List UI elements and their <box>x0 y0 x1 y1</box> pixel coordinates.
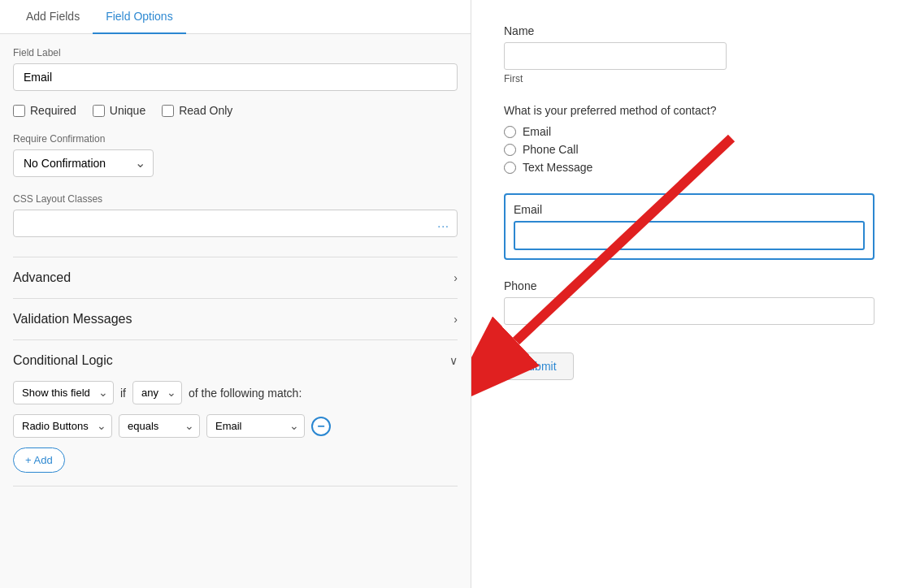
checkboxes-row: Required Unique Read Only <box>13 104 458 117</box>
radio-item-text-message: Text Message <box>504 161 874 174</box>
advanced-section: Advanced › <box>13 257 458 299</box>
read-only-checkbox[interactable] <box>162 105 174 117</box>
any-select[interactable]: any all <box>132 381 182 404</box>
validation-messages-label: Validation Messages <box>13 312 132 326</box>
require-confirmation-wrapper: No Confirmation Confirm with Email Confi… <box>13 149 154 177</box>
conditional-logic-label: Conditional Logic <box>13 353 113 368</box>
css-layout-label: CSS Layout Classes <box>13 193 458 205</box>
show-field-select[interactable]: Show this field Hide this field <box>13 381 114 404</box>
phone-field-group: Phone <box>504 279 874 325</box>
css-layout-input[interactable] <box>13 210 458 237</box>
tab-add-fields[interactable]: Add Fields <box>13 0 93 34</box>
radio-phone-call[interactable] <box>504 144 516 156</box>
field-label-title: Field Label <box>13 47 458 58</box>
tabs-bar: Add Fields Field Options <box>0 0 471 34</box>
field-label-section: Field Label <box>13 47 458 91</box>
conditional-logic-section: Conditional Logic ∨ Show this field Hide… <box>13 339 458 486</box>
submit-section: Submit <box>504 344 874 380</box>
phone-input[interactable] <box>504 297 874 325</box>
email-field-label: Email <box>514 203 865 216</box>
phone-field-label: Phone <box>504 279 874 292</box>
match-text: of the following match: <box>189 387 302 400</box>
rule-value-select[interactable]: Email Phone Call Text Message <box>206 414 305 438</box>
validation-chevron-icon: › <box>454 313 458 326</box>
name-field-label: Name <box>504 24 874 37</box>
radio-email-label: Email <box>523 125 551 138</box>
required-checkbox-item[interactable]: Required <box>13 104 76 117</box>
any-wrapper: any all <box>132 381 182 404</box>
radio-email[interactable] <box>504 126 516 138</box>
conditional-logic-header[interactable]: Conditional Logic ∨ <box>13 340 458 381</box>
rule-operator-wrapper: equals not equals contains <box>119 414 200 438</box>
name-first-input[interactable] <box>504 42 727 70</box>
validation-messages-section: Validation Messages › <box>13 298 458 340</box>
require-confirmation-label: Require Confirmation <box>13 133 458 145</box>
unique-checkbox-item[interactable]: Unique <box>93 104 145 117</box>
conditional-logic-content: Show this field Hide this field if any a… <box>13 381 458 486</box>
email-field-group: Email <box>504 193 874 260</box>
name-first-sublabel: First <box>504 73 874 84</box>
required-checkbox[interactable] <box>13 105 25 117</box>
radio-text-message[interactable] <box>504 162 516 174</box>
condition-row-1: Show this field Hide this field if any a… <box>13 381 458 404</box>
advanced-header[interactable]: Advanced › <box>13 257 458 298</box>
css-input-wrapper: ... <box>13 210 458 237</box>
required-label: Required <box>30 104 76 117</box>
show-field-wrapper: Show this field Hide this field <box>13 381 114 404</box>
rule-operator-select[interactable]: equals not equals contains <box>119 414 200 438</box>
field-label-input[interactable] <box>13 63 458 91</box>
radio-text-message-label: Text Message <box>523 161 592 174</box>
conditional-logic-chevron-icon: ∨ <box>449 354 458 367</box>
submit-button[interactable]: Submit <box>504 352 574 380</box>
rule-field-select[interactable]: Radio Buttons Email Phone <box>13 414 112 438</box>
remove-condition-button[interactable]: − <box>311 417 331 436</box>
if-text: if <box>120 387 126 400</box>
radio-item-phone-call: Phone Call <box>504 143 874 156</box>
css-dots-icon[interactable]: ... <box>437 217 449 230</box>
email-input[interactable] <box>514 221 865 250</box>
rule-value-wrapper: Email Phone Call Text Message <box>206 414 305 438</box>
right-panel: Name First What is your preferred method… <box>471 0 907 588</box>
advanced-label: Advanced <box>13 270 71 285</box>
css-layout-section: CSS Layout Classes ... <box>13 193 458 237</box>
rule-field-wrapper: Radio Buttons Email Phone <box>13 414 112 438</box>
contact-method-group: What is your preferred method of contact… <box>504 104 874 174</box>
advanced-chevron-icon: › <box>454 271 458 284</box>
unique-label: Unique <box>110 104 145 117</box>
require-confirmation-select[interactable]: No Confirmation Confirm with Email Confi… <box>13 149 154 177</box>
validation-messages-header[interactable]: Validation Messages › <box>13 299 458 339</box>
radio-phone-call-label: Phone Call <box>523 143 579 156</box>
condition-row-2: Radio Buttons Email Phone equals not equ… <box>13 414 458 438</box>
require-confirmation-section: Require Confirmation No Confirmation Con… <box>13 133 458 177</box>
add-condition-button[interactable]: + Add <box>13 447 65 473</box>
unique-checkbox[interactable] <box>93 105 105 117</box>
left-panel: Add Fields Field Options Field Label Req… <box>0 0 471 588</box>
read-only-label: Read Only <box>179 104 232 117</box>
read-only-checkbox-item[interactable]: Read Only <box>162 104 232 117</box>
name-field-group: Name First <box>504 24 874 84</box>
contact-question: What is your preferred method of contact… <box>504 104 874 117</box>
field-options-content: Field Label Required Unique Read Only Re… <box>0 34 471 588</box>
radio-item-email: Email <box>504 125 874 138</box>
tab-field-options[interactable]: Field Options <box>93 0 185 34</box>
